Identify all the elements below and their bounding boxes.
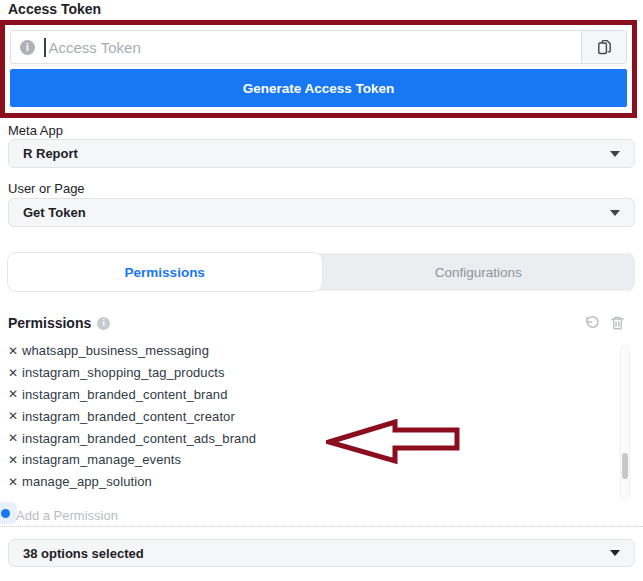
meta-app-dropdown[interactable]: R Report	[8, 139, 635, 168]
permission-name: instagram_branded_content_ads_brand	[22, 431, 256, 446]
list-item: ✕ instagram_branded_content_creator	[8, 405, 608, 427]
info-icon: i	[20, 40, 35, 55]
annotation-box: i Generate Access Token	[0, 20, 637, 118]
permission-name: instagram_branded_content_creator	[22, 409, 235, 424]
remove-permission-icon[interactable]: ✕	[8, 454, 22, 466]
meta-app-label: Meta App	[8, 123, 63, 138]
info-icon-glyph: i	[26, 42, 29, 53]
permission-name: instagram_manage_events	[22, 452, 181, 467]
copy-icon	[595, 38, 614, 57]
permissions-header-actions	[584, 315, 635, 331]
list-item: ✕ instagram_branded_content_brand	[8, 384, 608, 406]
chevron-down-icon	[610, 210, 620, 216]
permissions-heading: Permissions	[8, 315, 91, 331]
remove-permission-icon[interactable]: ✕	[8, 410, 22, 422]
list-item: ✕ instagram_manage_events	[8, 449, 608, 471]
remove-permission-icon[interactable]: ✕	[8, 476, 22, 488]
annotation-arrow-icon	[326, 419, 462, 465]
scrollbar-thumb[interactable]	[622, 453, 628, 479]
user-or-page-dropdown[interactable]: Get Token	[8, 198, 635, 227]
chevron-down-icon	[610, 550, 620, 556]
chevron-down-icon	[610, 151, 620, 157]
permissions-list: ✕ whatsapp_business_messaging ✕ instagra…	[8, 340, 608, 493]
tab-permissions[interactable]: Permissions	[8, 253, 322, 291]
remove-permission-icon[interactable]: ✕	[8, 367, 22, 379]
permission-name: instagram_shopping_tag_products	[22, 365, 225, 380]
list-item: ✕ manage_app_solution	[8, 471, 608, 493]
add-permission-input[interactable]: Add a Permission	[16, 508, 118, 523]
copy-button[interactable]	[581, 31, 626, 63]
access-token-input-row: i	[10, 30, 627, 64]
meta-app-value: R Report	[23, 146, 78, 161]
remove-permission-icon[interactable]: ✕	[8, 432, 22, 444]
info-icon-glyph: i	[103, 318, 106, 328]
text-cursor	[44, 38, 46, 57]
access-token-input[interactable]	[49, 39, 582, 56]
permission-name: manage_app_solution	[22, 474, 152, 489]
graph-api-explorer-panel: Access Token i Generate Access Token Met…	[0, 0, 643, 581]
permission-name: whatsapp_business_messaging	[22, 343, 209, 358]
user-or-page-label: User or Page	[8, 181, 85, 196]
remove-permission-icon[interactable]: ✕	[8, 345, 22, 357]
options-selected-value: 38 options selected	[23, 546, 144, 561]
scrollbar	[620, 345, 630, 500]
selection-dot-icon	[1, 509, 10, 518]
user-or-page-value: Get Token	[23, 205, 86, 220]
remove-permission-icon[interactable]: ✕	[8, 388, 22, 400]
info-icon: i	[97, 317, 110, 330]
undo-icon[interactable]	[584, 315, 600, 331]
page-title: Access Token	[8, 1, 101, 17]
list-item: ✕ instagram_shopping_tag_products	[8, 362, 608, 384]
list-item: ✕ whatsapp_business_messaging	[8, 340, 608, 362]
generate-access-token-button[interactable]: Generate Access Token	[10, 69, 627, 107]
list-item: ✕ instagram_branded_content_ads_brand	[8, 427, 608, 449]
permissions-header: Permissions i	[8, 315, 635, 331]
options-selected-dropdown[interactable]: 38 options selected	[8, 539, 635, 567]
dotted-divider	[0, 526, 643, 527]
permission-name: instagram_branded_content_brand	[22, 387, 227, 402]
tab-configurations[interactable]: Configurations	[322, 253, 636, 291]
trash-icon[interactable]	[610, 315, 625, 331]
tabbar: Permissions Configurations	[8, 253, 635, 291]
